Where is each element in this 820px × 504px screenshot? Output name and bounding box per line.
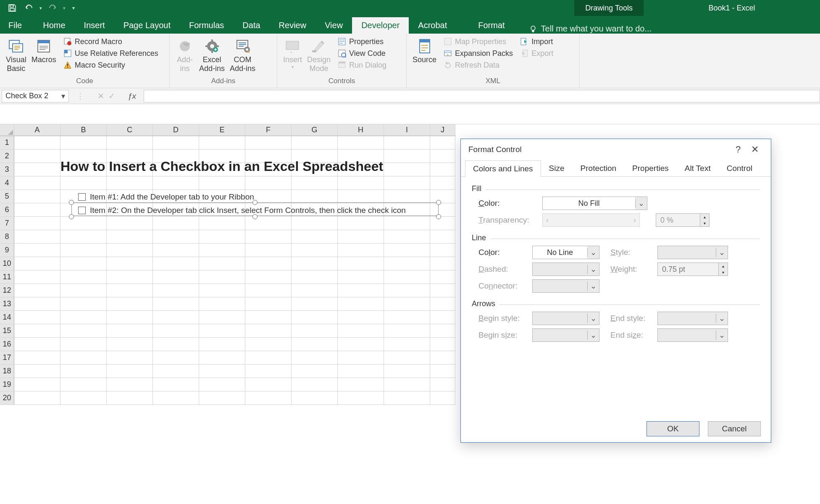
cell[interactable] <box>292 284 338 297</box>
cell[interactable] <box>338 136 384 150</box>
cell[interactable] <box>153 297 199 311</box>
cell[interactable] <box>430 391 455 405</box>
col-header[interactable]: A <box>14 124 60 136</box>
cell[interactable] <box>430 324 455 338</box>
cell[interactable] <box>430 150 455 163</box>
col-header[interactable]: C <box>107 124 153 136</box>
cell[interactable] <box>107 378 153 391</box>
tab-data[interactable]: Data <box>233 17 269 34</box>
redo-icon[interactable] <box>46 2 59 14</box>
col-header[interactable]: J <box>430 124 455 136</box>
row-header[interactable]: 6 <box>0 203 14 217</box>
cell[interactable] <box>430 163 455 176</box>
cell[interactable] <box>107 365 153 378</box>
import-button[interactable]: Import <box>517 36 556 47</box>
cell[interactable] <box>384 217 430 230</box>
col-header[interactable]: G <box>292 124 338 136</box>
cell[interactable] <box>384 163 430 176</box>
name-box[interactable]: Check Box 2 ▾ <box>2 90 69 102</box>
select-all-corner[interactable] <box>0 124 14 136</box>
cell[interactable] <box>292 391 338 405</box>
dialog-title-bar[interactable]: Format Control ? ✕ <box>461 139 771 160</box>
cell[interactable] <box>14 391 60 405</box>
dlg-tab-colors[interactable]: Colors and Lines <box>465 160 541 177</box>
tab-page-layout[interactable]: Page Layout <box>114 17 180 34</box>
cell[interactable] <box>338 244 384 257</box>
addins-button[interactable]: Add- ins <box>173 35 197 73</box>
row-header[interactable]: 3 <box>0 163 14 176</box>
cell[interactable] <box>14 338 60 351</box>
cell[interactable] <box>430 176 455 190</box>
row-header[interactable]: 18 <box>0 365 14 378</box>
cell[interactable] <box>153 338 199 351</box>
cell[interactable] <box>338 351 384 365</box>
cell[interactable] <box>245 217 292 230</box>
cell[interactable] <box>245 378 292 391</box>
options-icon[interactable]: ⋮ <box>76 92 84 101</box>
cell[interactable] <box>245 297 292 311</box>
row-header[interactable]: 1 <box>0 136 14 150</box>
fx-icon[interactable]: ƒx <box>128 92 136 101</box>
cell[interactable] <box>292 244 338 257</box>
cell[interactable] <box>14 136 60 150</box>
col-header[interactable]: I <box>384 124 430 136</box>
save-icon[interactable] <box>6 2 18 14</box>
dlg-tab-protection[interactable]: Protection <box>573 160 625 176</box>
cell[interactable] <box>14 270 60 284</box>
cell[interactable] <box>199 284 245 297</box>
cell[interactable] <box>153 351 199 365</box>
cell[interactable] <box>199 324 245 338</box>
cell[interactable] <box>430 217 455 230</box>
cell[interactable] <box>107 176 153 190</box>
macro-security-button[interactable]: Macro Security <box>60 60 161 71</box>
cell[interactable] <box>292 297 338 311</box>
cell[interactable] <box>14 365 60 378</box>
cell[interactable] <box>60 297 107 311</box>
cell[interactable] <box>292 378 338 391</box>
cell[interactable] <box>60 284 107 297</box>
cell[interactable] <box>199 391 245 405</box>
cell[interactable] <box>430 338 455 351</box>
cell[interactable] <box>245 338 292 351</box>
cell[interactable] <box>430 257 455 270</box>
cell[interactable] <box>384 190 430 203</box>
use-relative-refs-button[interactable]: Use Relative References <box>60 48 161 59</box>
cell[interactable] <box>14 297 60 311</box>
record-macro-button[interactable]: Record Macro <box>60 36 161 47</box>
cell[interactable] <box>292 324 338 338</box>
cell[interactable] <box>245 270 292 284</box>
col-header[interactable]: B <box>60 124 107 136</box>
cell[interactable] <box>60 136 107 150</box>
cell[interactable] <box>384 257 430 270</box>
ok-button[interactable]: OK <box>647 421 699 436</box>
col-header[interactable]: E <box>199 124 245 136</box>
cell[interactable] <box>199 176 245 190</box>
cell[interactable] <box>14 284 60 297</box>
cell[interactable] <box>338 297 384 311</box>
cell[interactable] <box>153 284 199 297</box>
tab-insert[interactable]: Insert <box>75 17 114 34</box>
row-header[interactable]: 20 <box>0 391 14 405</box>
cell[interactable] <box>292 365 338 378</box>
row-header[interactable]: 11 <box>0 270 14 284</box>
cell[interactable] <box>245 230 292 244</box>
cell[interactable] <box>107 351 153 365</box>
macros-button[interactable]: Macros <box>29 35 59 64</box>
cell[interactable] <box>60 351 107 365</box>
cell[interactable] <box>107 297 153 311</box>
row-header[interactable]: 14 <box>0 311 14 324</box>
checkbox-icon[interactable] <box>78 207 86 214</box>
cell[interactable] <box>384 365 430 378</box>
cell[interactable] <box>153 257 199 270</box>
cell[interactable] <box>384 150 430 163</box>
cell[interactable] <box>60 217 107 230</box>
cell[interactable] <box>199 244 245 257</box>
cell[interactable] <box>60 176 107 190</box>
cell[interactable] <box>430 136 455 150</box>
cell[interactable] <box>338 284 384 297</box>
dlg-tab-size[interactable]: Size <box>541 160 573 176</box>
cell[interactable] <box>14 257 60 270</box>
cell[interactable] <box>107 391 153 405</box>
row-header[interactable]: 2 <box>0 150 14 163</box>
cell[interactable] <box>199 230 245 244</box>
